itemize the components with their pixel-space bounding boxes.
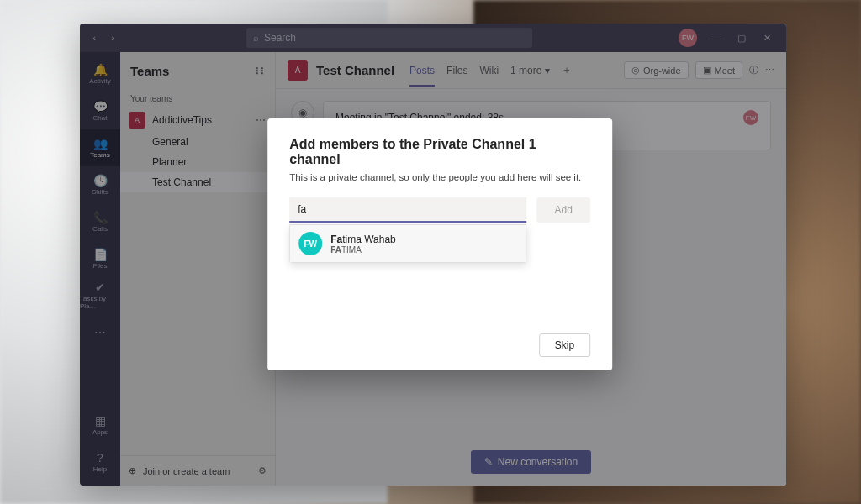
- member-search-input[interactable]: [289, 197, 526, 223]
- suggestion-avatar: FW: [298, 232, 322, 255]
- add-members-dialog: Add members to the Private Channel 1 cha…: [267, 118, 612, 370]
- suggestion-item[interactable]: FW Fatima Wahab FATIMA: [290, 225, 526, 262]
- dialog-subtitle: This is a private channel, so only the p…: [289, 172, 590, 182]
- suggestion-list: FW Fatima Wahab FATIMA: [289, 224, 526, 263]
- suggestion-name: Fatima Wahab: [330, 234, 396, 245]
- dialog-title: Add members to the Private Channel 1 cha…: [289, 137, 590, 167]
- suggestion-sub: FATIMA: [330, 245, 396, 255]
- add-button[interactable]: Add: [536, 197, 590, 223]
- skip-button[interactable]: Skip: [539, 333, 590, 357]
- app-window: ‹ › ⌕ Search FW — ▢ ✕ 🔔Activity 💬Chat 👥T…: [80, 24, 786, 486]
